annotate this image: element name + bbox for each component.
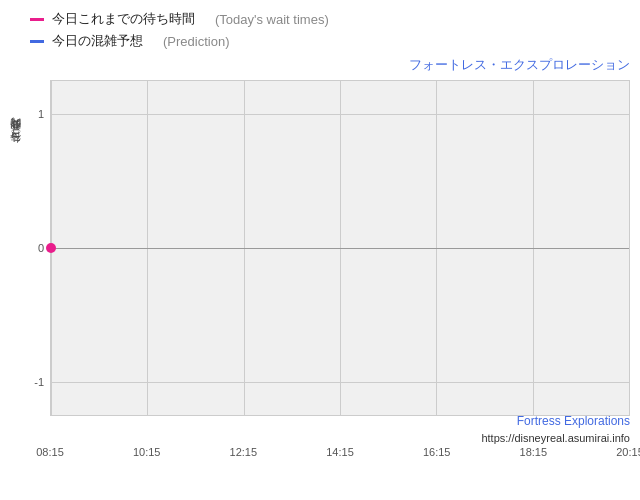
legend-label-en-2: (Prediction) bbox=[163, 34, 229, 49]
grid-line-bottom bbox=[51, 382, 629, 383]
y-tick-1: 1 bbox=[38, 108, 44, 120]
x-tick-1215: 12:15 bbox=[230, 446, 258, 458]
y-tick-0: 0 bbox=[38, 242, 44, 254]
legend-item-2: 今日の混雑予想 (Prediction) bbox=[30, 32, 640, 50]
chart-footer: Fortress Explorations https://disneyreal… bbox=[481, 412, 630, 447]
v-grid-line bbox=[629, 81, 630, 415]
zero-line bbox=[51, 248, 629, 249]
data-point bbox=[46, 243, 56, 253]
x-tick-1815: 18:15 bbox=[520, 446, 548, 458]
legend: 今日これまでの待ち時間 (Today's wait times) 今日の混雑予想… bbox=[0, 0, 640, 54]
y-tick-neg1: -1 bbox=[34, 376, 44, 388]
legend-color-pink bbox=[30, 18, 44, 21]
legend-label-jp-2: 今日の混雑予想 bbox=[52, 32, 143, 50]
page-container: 今日これまでの待ち時間 (Today's wait times) 今日の混雑予想… bbox=[0, 0, 640, 500]
legend-color-blue bbox=[30, 40, 44, 43]
chart-title-link[interactable]: フォートレス・エクスプロレーション bbox=[409, 56, 630, 74]
legend-label-jp-1: 今日これまでの待ち時間 bbox=[52, 10, 195, 28]
chart-inner bbox=[50, 80, 630, 416]
x-tick-0815: 08:15 bbox=[36, 446, 64, 458]
footer-url: https://disneyreal.asumirai.info bbox=[481, 430, 630, 447]
x-tick-1015: 10:15 bbox=[133, 446, 161, 458]
x-tick-2015: 20:15 bbox=[616, 446, 640, 458]
legend-item-1: 今日これまでの待ち時間 (Today's wait times) bbox=[30, 10, 640, 28]
x-tick-1415: 14:15 bbox=[326, 446, 354, 458]
y-axis-label: 待ち時間（分）min bbox=[8, 120, 23, 151]
chart-wrapper: 1 0 -1 08:15 10:15 12:15 14:15 16:15 18:… bbox=[50, 80, 630, 416]
chart-area: フォートレス・エクスプロレーション 1 0 -1 bbox=[50, 56, 630, 446]
grid-line-top bbox=[51, 114, 629, 115]
x-tick-1615: 16:15 bbox=[423, 446, 451, 458]
legend-label-en-1: (Today's wait times) bbox=[215, 12, 329, 27]
footer-title: Fortress Explorations bbox=[481, 412, 630, 430]
